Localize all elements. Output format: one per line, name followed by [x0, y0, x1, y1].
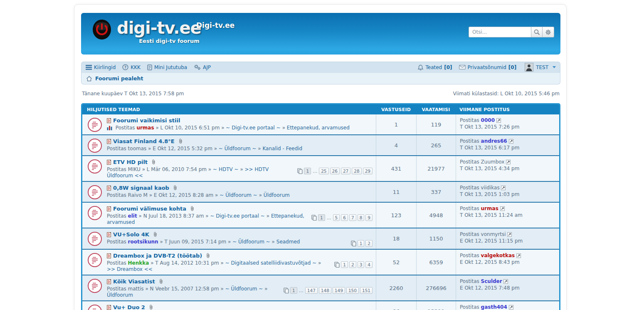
last-post-author-link[interactable]: 0000: [481, 117, 495, 123]
page-button[interactable]: 150: [346, 287, 359, 294]
page-button[interactable]: 1: [290, 287, 297, 294]
attachment-icon: [190, 206, 194, 211]
forum-link[interactable]: Ettepanekud, arvamused: [287, 125, 350, 131]
forum-link[interactable]: Üldfoorum: [264, 192, 290, 198]
topic-title-link[interactable]: ETV HD pilt: [113, 159, 148, 165]
nav-notifications[interactable]: Teated [0]: [418, 64, 452, 70]
search-input[interactable]: [469, 27, 531, 37]
page-button[interactable]: 26: [330, 168, 340, 174]
topic-author-link[interactable]: Raivo M: [128, 192, 148, 198]
topic-author-link[interactable]: urmas: [136, 125, 154, 131]
forum-category-link[interactable]: ~ HDTV ~: [213, 166, 239, 172]
forum-category-link[interactable]: ~ Üldfoorum ~: [232, 239, 270, 245]
user-menu[interactable]: TEST: [536, 64, 556, 70]
page-button[interactable]: 6: [341, 214, 348, 221]
topic-author-link[interactable]: rootsikunn: [128, 239, 158, 245]
topic-cell: Dreambox ja DVB-T2 (töötab) 1234 Postita…: [82, 250, 376, 275]
page-button[interactable]: 148: [319, 287, 331, 294]
topic-author-link[interactable]: MIKU: [128, 166, 141, 172]
forum-category-link[interactable]: ~ Digi-tv.ee portaal ~: [226, 125, 281, 131]
pagination: 1…56789: [311, 214, 373, 221]
forum-link[interactable]: Seadmed: [276, 239, 300, 245]
last-post-author-link[interactable]: urmas: [481, 206, 498, 211]
nav-private-messages[interactable]: Privaatsõnumid [0]: [459, 64, 517, 70]
last-post-author-link[interactable]: valgekotkas: [481, 253, 515, 258]
last-post-date: T Okt 13, 2015 4:34 pm: [460, 165, 557, 172]
topic-title-link[interactable]: Foorumi välimuse kohta: [113, 206, 186, 212]
goto-last-post-icon[interactable]: [509, 305, 513, 310]
page-button[interactable]: 1: [304, 168, 311, 174]
nav-chat[interactable]: Mini Jututuba: [147, 64, 187, 70]
page-button[interactable]: 29: [363, 168, 373, 174]
last-post-author-link[interactable]: gasth404: [481, 304, 507, 310]
svg-text:?: ?: [124, 65, 126, 69]
last-post-author-link[interactable]: andres66: [481, 138, 507, 144]
topic-row: ETV HD pilt 1…2526272829 Postitas MIKU »…: [82, 155, 559, 181]
forum-category-link[interactable]: ~ Üldfoorum ~: [219, 146, 257, 151]
topic-title-link[interactable]: VU+Solo 4K: [113, 231, 149, 238]
page-button[interactable]: 1: [358, 240, 365, 247]
goto-last-post-icon[interactable]: [496, 118, 501, 123]
last-post-author-link[interactable]: Zuumbox: [481, 159, 505, 165]
forum-category-link[interactable]: ~ Digitaalsed satelliidivastuvõtjad ~: [225, 260, 317, 266]
goto-last-post-icon[interactable]: [501, 186, 506, 190]
goto-last-post-icon[interactable]: [509, 139, 513, 144]
last-post-author-link[interactable]: Sculder: [481, 278, 502, 284]
forum-category-link[interactable]: ~ Üldfoorum ~: [220, 192, 257, 198]
search-button[interactable]: [531, 27, 543, 37]
forum-category-link[interactable]: ~ Digi-tv.ee portaal ~: [210, 213, 265, 219]
page-button[interactable]: 147: [305, 287, 318, 294]
page-button[interactable]: 1: [341, 261, 348, 268]
col-last-post: VIIMANE POSTITUS: [456, 107, 559, 112]
topic-title-link[interactable]: 0,8W signaal kaob: [113, 185, 169, 191]
forum-link[interactable]: Kanalid - Feedid: [262, 146, 302, 151]
page-button[interactable]: 1: [318, 214, 325, 221]
breadcrumb-home-link[interactable]: Foorumi pealeht: [95, 75, 143, 82]
forum-category-link[interactable]: ~ Üldfoorum ~: [225, 286, 263, 292]
page-button[interactable]: 151: [360, 287, 373, 294]
topic-author-link[interactable]: mattis: [128, 286, 144, 292]
goto-last-post-icon[interactable]: [503, 279, 508, 284]
last-post-cell: Postitas andres66 T Okt 13, 2015 6:17 pm: [456, 135, 559, 155]
forum-link[interactable]: Üldfoorum: [107, 292, 133, 298]
avatar[interactable]: [525, 63, 533, 72]
goto-last-post-icon[interactable]: [500, 206, 505, 211]
page-button[interactable]: 25: [319, 168, 328, 174]
page-button[interactable]: 2: [349, 261, 356, 268]
page-button[interactable]: 8: [358, 214, 365, 221]
poll-icon: [107, 126, 112, 130]
content: digi-tv.ee Eesti digi-tv foorum Digi-tv.…: [81, 13, 560, 310]
topic-author-link[interactable]: Henkka: [128, 260, 149, 266]
page-button[interactable]: 28: [352, 168, 361, 174]
last-post-author-link[interactable]: viidikas: [481, 185, 500, 191]
topic-title-link[interactable]: Vu+ Duo 2: [113, 304, 145, 310]
logo[interactable]: digi-tv.ee Eesti digi-tv foorum: [92, 19, 201, 44]
topic-title-link[interactable]: Kõik Viasatist: [113, 278, 155, 285]
page-button[interactable]: 3: [358, 261, 365, 268]
last-post-cell: Postitas 0000 T Okt 13, 2015 7:26 pm: [456, 114, 559, 134]
nav-quick-links[interactable]: Kiirlingid: [86, 64, 116, 70]
navbar-left: Kiirlingid ? KKK Mini Jututuba: [86, 64, 211, 70]
goto-last-post-icon[interactable]: [516, 253, 521, 258]
forum-link[interactable]: >> Dreambox <<: [107, 266, 153, 272]
table-header: HILJUTISED TEEMAD VASTUSEID VAATAMISI VI…: [82, 104, 559, 114]
topic-title-link[interactable]: Viasat Finland 4.8°E: [113, 138, 175, 144]
page-button[interactable]: 5: [333, 214, 340, 221]
topic-author-link[interactable]: elit: [128, 213, 137, 219]
nav-ajp[interactable]: AJP: [194, 64, 211, 70]
page-button[interactable]: 2: [365, 240, 373, 247]
topic-cell: Vu+ Duo 2 123456 Postitas igiliikur » K …: [82, 301, 376, 310]
page-button[interactable]: 149: [333, 287, 345, 294]
page-button[interactable]: 9: [365, 214, 373, 221]
page-button[interactable]: 27: [341, 168, 350, 174]
topic-title-link[interactable]: Foorumi vaikimisi stiil: [113, 117, 180, 124]
search-options-button[interactable]: [543, 27, 554, 37]
page-button[interactable]: 7: [349, 214, 356, 221]
last-post-author-link[interactable]: vonmyrtsi: [481, 231, 506, 237]
nav-faq[interactable]: ? KKK: [122, 64, 141, 70]
page-button[interactable]: 4: [365, 261, 373, 268]
topic-title-link[interactable]: Dreambox ja DVB-T2 (töötab): [113, 253, 202, 259]
goto-last-post-icon[interactable]: [506, 160, 511, 164]
topic-author-link[interactable]: toomas: [128, 146, 147, 151]
goto-last-post-icon[interactable]: [507, 232, 512, 237]
